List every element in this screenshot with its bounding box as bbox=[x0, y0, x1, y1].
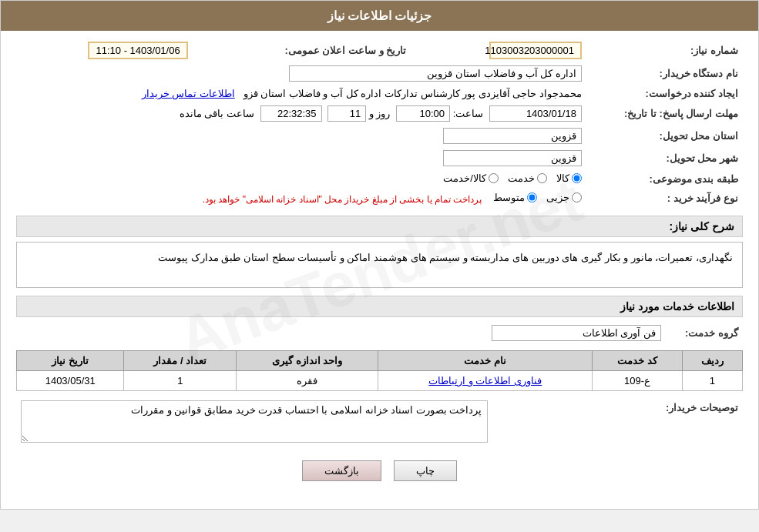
tabaqe-kala-khadamat-radio[interactable] bbox=[489, 173, 499, 183]
tosaif-textarea[interactable] bbox=[21, 400, 488, 443]
tabaqe-kala-khadamat[interactable]: کالا/خدمت bbox=[443, 172, 499, 184]
tabaqe-radio-group: کالا خدمت کالا/خدمت bbox=[443, 172, 582, 184]
shomareNiaz-value: 1103003203000001 bbox=[421, 38, 586, 62]
tabaqe-label: طبقه بندی موضوعی: bbox=[586, 169, 743, 189]
noeFarayand-motaveset-radio[interactable] bbox=[527, 192, 537, 202]
mohlatErsal-saat-label: ساعت: bbox=[453, 108, 484, 119]
sharh-text: نگهداری، تعمیرات، مانور و بکار گیری های … bbox=[16, 242, 743, 288]
print-button[interactable]: چاپ bbox=[394, 460, 457, 481]
tosaif-table: توصیحات خریدار: bbox=[16, 397, 743, 448]
mohlatErsal-date: 1403/01/18 bbox=[489, 105, 582, 122]
shomareNiaz-label: شماره نیاز: bbox=[586, 38, 743, 62]
tabaqe-kala-khadamat-label: کالا/خدمت bbox=[443, 172, 486, 184]
col-kod: کد خدمت bbox=[593, 351, 683, 371]
tabaqe-khadamat-label: خدمت bbox=[508, 172, 535, 184]
shahrTahvil-box: قزوین bbox=[443, 150, 582, 166]
noeFarayand-jozi-radio[interactable] bbox=[572, 192, 582, 202]
tabaqe-options: کالا خدمت کالا/خدمت bbox=[16, 169, 586, 189]
noeFarayand-jozi[interactable]: جزیی bbox=[546, 192, 582, 203]
shahrTahvil-label: شهر محل تحویل: bbox=[586, 147, 743, 169]
mohlatErsal-mande-label: ساعت باقی مانده bbox=[180, 108, 254, 119]
shomareNiaz-box: 1103003203000001 bbox=[489, 42, 582, 59]
noeFarayand-radio-group: جزیی متوسط bbox=[493, 192, 582, 203]
tabaqe-khadamat[interactable]: خدمت bbox=[508, 172, 547, 184]
mohlatErsal-roz: 11 bbox=[327, 105, 366, 122]
namDastgah-box: اداره کل آب و فاضلاب استان قزوین bbox=[289, 65, 582, 82]
tabaqe-khadamat-radio[interactable] bbox=[537, 173, 547, 183]
tabaqe-kala-label: کالا bbox=[556, 172, 569, 184]
namDastgah-label: نام دستگاه خریدار: bbox=[586, 62, 743, 85]
tarikhElam-label: تاریخ و ساعت اعلان عمومی: bbox=[193, 38, 422, 62]
tosaif-label: توصیحات خریدار: bbox=[492, 397, 744, 448]
col-nam: نام خدمت bbox=[378, 351, 593, 371]
col-tarikh: تاریخ نیاز bbox=[17, 351, 124, 371]
ejadKonande-value: محمدجواد حاجی آقایزدی پور کارشناس تدارکا… bbox=[16, 85, 586, 102]
ostanTahvil-value: قزوین bbox=[16, 125, 586, 147]
mohlatErsal-saat: 10:00 bbox=[396, 105, 450, 122]
gorohKhadamat-value: فن آوری اطلاعات bbox=[16, 322, 666, 344]
cell-kod: ع-109 bbox=[593, 371, 683, 391]
buttons-row: چاپ بازگشت bbox=[16, 460, 743, 494]
ejadKonande-text: محمدجواد حاجی آقایزدی پور کارشناس تدارکا… bbox=[243, 88, 582, 99]
tarikhElam-value: 1403/01/06 - 11:10 bbox=[16, 38, 193, 62]
cell-vahed: فقره bbox=[237, 371, 378, 391]
gorohKhadamat-box: فن آوری اطلاعات bbox=[492, 325, 661, 341]
cell-tarikh: 1403/05/31 bbox=[17, 371, 124, 391]
noeFarayand-jozi-label: جزیی bbox=[546, 192, 569, 203]
tabaqe-kala[interactable]: کالا bbox=[556, 172, 582, 184]
page-title: جزئیات اطلاعات نیاز bbox=[327, 9, 432, 22]
cell-nam: فناوری اطلاعات و ارتباطات bbox=[378, 371, 593, 391]
col-vahed: واحد اندازه گیری bbox=[237, 351, 378, 371]
main-content: AnaTender.net شماره نیاز: 11030032030000… bbox=[1, 31, 758, 509]
table-row: 1 ع-109 فناوری اطلاعات و ارتباطات فقره 1… bbox=[17, 371, 743, 391]
col-tedad: تعداد / مقدار bbox=[124, 351, 237, 371]
tabaqe-kala-radio[interactable] bbox=[572, 173, 582, 183]
gorohKhadamat-label: گروه خدمت: bbox=[666, 322, 743, 344]
khadamat-title: اطلاعات خدمات مورد نیاز bbox=[16, 296, 743, 317]
noeFarayand-motaveset[interactable]: متوسط bbox=[493, 192, 537, 203]
namDastgah-value: اداره کل آب و فاضلاب استان قزوین bbox=[16, 62, 586, 85]
mohlatErsal-roz-label: روز و bbox=[369, 108, 391, 119]
services-table: ردیف کد خدمت نام خدمت واحد اندازه گیری ت… bbox=[16, 350, 743, 391]
form-table: شماره نیاز: 1103003203000001 تاریخ و ساع… bbox=[16, 38, 743, 208]
ejadKonande-link[interactable]: اطلاعات تماس خریدار bbox=[142, 88, 235, 99]
noeFarayand-label: نوع فرآیند خرید : bbox=[586, 189, 743, 208]
mohlatErsal-mande: 22:32:35 bbox=[260, 105, 322, 122]
ostanTahvil-label: استان محل تحویل: bbox=[586, 125, 743, 147]
mohlatErsal-label: مهلت ارسال پاسخ: تا تاریخ: bbox=[586, 102, 743, 125]
page-header: جزئیات اطلاعات نیاز bbox=[1, 1, 758, 31]
noeFarayand-note: پرداخت تمام یا بخشی از مبلغ خریداز محل "… bbox=[203, 194, 482, 205]
noeFarayand-motaveset-label: متوسط bbox=[493, 192, 525, 203]
ostanTahvil-box: قزوین bbox=[443, 128, 582, 144]
mohlatErsal-row: 1403/01/18 ساعت: 10:00 روز و 11 22:32:35… bbox=[16, 102, 586, 125]
cell-tedad: 1 bbox=[124, 371, 237, 391]
col-radif: ردیف bbox=[682, 351, 742, 371]
ejadKonande-label: ایجاد کننده درخواست: bbox=[586, 85, 743, 102]
noeFarayand-row: جزیی متوسط پرداخت تمام یا بخشی از مبلغ خ… bbox=[16, 189, 586, 208]
sharh-title: شرح کلی نیاز: bbox=[16, 216, 743, 237]
back-button[interactable]: بازگشت bbox=[302, 460, 381, 481]
tarikhElam-box: 1403/01/06 - 11:10 bbox=[88, 42, 187, 59]
cell-radif: 1 bbox=[682, 371, 742, 391]
goroh-khadamat-table: گروه خدمت: فن آوری اطلاعات bbox=[16, 322, 743, 344]
shahrTahvil-value: قزوین bbox=[16, 147, 586, 169]
page-wrapper: جزئیات اطلاعات نیاز AnaTender.net شماره … bbox=[0, 0, 759, 510]
tosaif-value bbox=[16, 397, 492, 448]
